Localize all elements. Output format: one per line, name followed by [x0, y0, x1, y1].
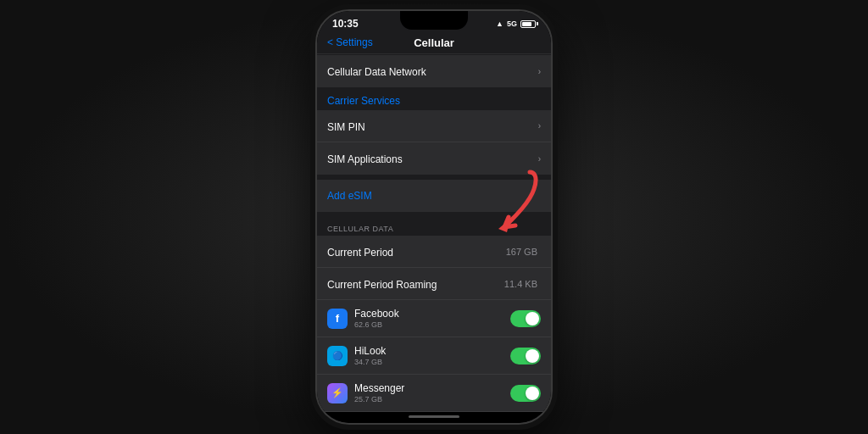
cellular-data-section-header: CELLULAR DATA [317, 212, 551, 236]
carrier-services-label: Carrier Services [327, 95, 400, 107]
current-period-item[interactable]: Current Period 167 GB [317, 236, 551, 268]
current-period-roaming-item[interactable]: Current Period Roaming 11.4 KB [317, 268, 551, 300]
hilook-icon: 🔵 [327, 346, 348, 366]
item-label: Messenger [354, 382, 510, 394]
item-label: SIM Applications [327, 153, 403, 165]
back-button[interactable]: < Settings [327, 36, 373, 48]
item-value: 167 GB [506, 247, 537, 257]
sim-applications-item[interactable]: SIM Applications › [317, 142, 551, 175]
home-bar [409, 415, 459, 418]
cellular-icon: 5G [507, 19, 517, 28]
item-subtitle: 34.7 GB [354, 358, 510, 366]
section-label: CELLULAR DATA [327, 225, 393, 233]
messenger-item[interactable]: ⚡ Messenger 25.7 GB [317, 375, 551, 412]
item-label: HiLook [354, 345, 510, 357]
add-esim-item[interactable]: Add eSIM [317, 180, 551, 212]
sim-pin-item[interactable]: SIM PIN › [317, 110, 551, 142]
status-time: 10:35 [332, 18, 359, 30]
home-indicator [317, 412, 551, 423]
chevron-icon: › [538, 154, 541, 164]
item-label: Cellular Data Network [327, 66, 426, 78]
notch [400, 11, 468, 30]
wifi-icon: ▲ [496, 19, 504, 28]
item-subtitle: 62.6 GB [354, 320, 510, 329]
screen: 10:35 ▲ 5G < Settings Cellular [317, 11, 551, 423]
facebook-icon: f [327, 309, 348, 329]
chevron-icon: › [538, 67, 541, 76]
cellular-data-network-item[interactable]: Cellular Data Network › [317, 55, 551, 87]
item-value: 11.4 KB [504, 279, 537, 289]
messenger-icon: ⚡ [327, 383, 348, 403]
chevron-icon: › [538, 121, 541, 131]
toggle-hilook[interactable] [510, 348, 541, 364]
toggle-facebook[interactable] [510, 310, 541, 327]
page-title: Cellular [414, 36, 454, 49]
add-esim-label: Add eSIM [327, 190, 372, 202]
phone-frame: 10:35 ▲ 5G < Settings Cellular [315, 9, 553, 425]
content-area: Cellular Data Network › Carrier Services… [317, 54, 551, 412]
item-label: Facebook [354, 308, 510, 320]
battery-icon [520, 20, 536, 28]
nav-bar: < Settings Cellular [317, 33, 551, 54]
item-label: Current Period Roaming [327, 279, 437, 291]
item-label: Current Period [327, 247, 393, 259]
facebook-item[interactable]: f Facebook 62.6 GB [317, 300, 551, 337]
hilook-item[interactable]: 🔵 HiLook 34.7 GB [317, 337, 551, 375]
status-icons: ▲ 5G [496, 19, 536, 28]
item-subtitle: 25.7 GB [354, 395, 510, 403]
toggle-messenger[interactable] [510, 385, 541, 402]
item-label: SIM PIN [327, 121, 365, 133]
